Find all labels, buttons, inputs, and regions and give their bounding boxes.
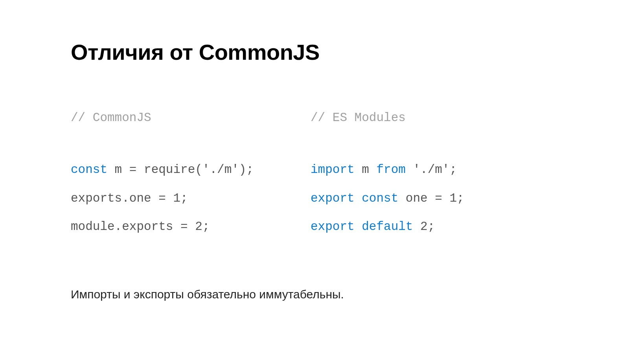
spacer — [311, 206, 507, 219]
keyword-import: import — [311, 163, 355, 176]
keyword-from: from — [376, 163, 405, 176]
code-text: m = require('./m'); — [107, 163, 254, 176]
keyword-const: const — [71, 163, 107, 176]
footnote: Импорты и экспорты обязательно иммутабел… — [71, 288, 558, 301]
code-text: './m'; — [406, 163, 457, 176]
keyword-export-default: export default — [311, 220, 413, 233]
spacer — [311, 126, 507, 162]
code-text: one = 1; — [398, 191, 464, 205]
spacer — [311, 178, 507, 191]
slide: Отличия от CommonJS // CommonJS const m … — [0, 0, 629, 364]
code-columns: // CommonJS const m = require('./m'); ex… — [71, 110, 558, 235]
spacer — [71, 206, 295, 219]
slide-title: Отличия от CommonJS — [71, 39, 558, 65]
keyword-export-const: export const — [311, 191, 398, 205]
code-text: m — [355, 163, 377, 176]
commonjs-line-1: const m = require('./m'); — [71, 162, 295, 178]
esmodules-line-1: import m from './m'; — [311, 162, 507, 178]
commonjs-comment: // CommonJS — [71, 110, 295, 126]
commonjs-line-3: module.exports = 2; — [71, 219, 295, 235]
commonjs-column: // CommonJS const m = require('./m'); ex… — [71, 110, 295, 235]
commonjs-line-2: exports.one = 1; — [71, 191, 295, 206]
code-text: 2; — [413, 220, 435, 233]
esmodules-line-3: export default 2; — [311, 219, 507, 235]
esmodules-comment: // ES Modules — [311, 110, 507, 126]
spacer — [71, 126, 295, 162]
spacer — [71, 178, 295, 191]
esmodules-line-2: export const one = 1; — [311, 191, 507, 206]
esmodules-column: // ES Modules import m from './m'; expor… — [311, 110, 507, 235]
